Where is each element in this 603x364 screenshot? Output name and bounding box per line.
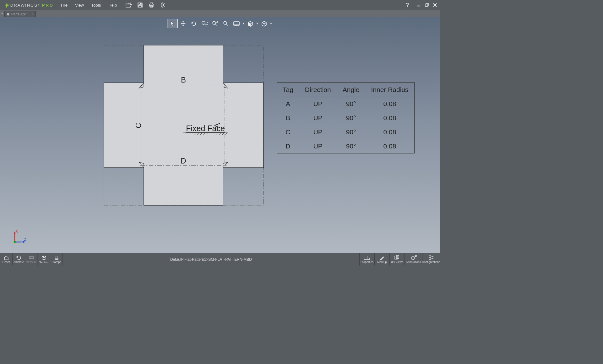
bend-cell-angle: 90°: [337, 97, 365, 111]
svg-line-9: [161, 3, 161, 4]
bend-label-b: B: [181, 76, 186, 84]
svg-line-21: [205, 24, 206, 25]
open-file-button[interactable]: [123, 0, 134, 10]
bottom-toolbar: Reset Animate Measure Section Stamps Def…: [0, 253, 440, 265]
document-tabbar: + ⬢ Part1.eprt ×: [0, 10, 440, 17]
flat-pattern-drawing: B D C A Fixed Face: [104, 45, 264, 206]
svg-rect-63: [29, 257, 34, 259]
rotate-tool[interactable]: [188, 19, 199, 28]
triad-x-label: X: [16, 230, 18, 233]
svg-rect-2: [150, 3, 153, 4]
close-button[interactable]: [431, 1, 439, 9]
menu-file[interactable]: File: [57, 0, 71, 10]
bend-cell-direction: UP: [299, 125, 337, 139]
minimize-button[interactable]: [415, 1, 423, 9]
menu-view[interactable]: View: [71, 0, 88, 10]
svg-line-11: [161, 6, 161, 7]
section-button[interactable]: Section: [38, 253, 50, 265]
zoom-window-tool[interactable]: [199, 19, 210, 28]
table-row: CUP90°0.08: [277, 125, 415, 139]
bend-cell-direction: UP: [299, 111, 337, 125]
bend-cell-radius: 0.08: [365, 139, 414, 153]
bend-cell-angle: 90°: [337, 111, 365, 125]
shading-tool[interactable]: [245, 19, 256, 28]
bend-table-header-angle: Angle: [337, 83, 365, 97]
bend-table: Tag Direction Angle Inner Radius AUP90°0…: [277, 82, 415, 153]
views-3d-button[interactable]: 3D Views: [389, 253, 405, 265]
bend-label-d: D: [181, 157, 186, 165]
svg-point-24: [224, 21, 227, 24]
save-button[interactable]: [134, 0, 146, 10]
document-tab[interactable]: ⬢ Part1.eprt ×: [4, 11, 36, 17]
svg-line-12: [164, 3, 164, 4]
bend-cell-tag: D: [277, 139, 299, 153]
svg-line-25: [226, 24, 228, 26]
bend-label-c: C: [134, 123, 143, 128]
bend-table-header-radius: Inner Radius: [365, 83, 414, 97]
svg-point-20: [202, 21, 205, 24]
orientation-triad: X Z: [10, 229, 26, 245]
perspective-tool[interactable]: [231, 19, 242, 28]
svg-line-23: [215, 24, 217, 25]
restore-button[interactable]: [423, 1, 431, 9]
bend-cell-angle: 90°: [337, 139, 365, 153]
view-orientation-dropdown[interactable]: ▼: [269, 22, 273, 25]
close-tab-button[interactable]: ×: [31, 12, 34, 16]
bend-cell-tag: B: [277, 111, 299, 125]
svg-point-4: [162, 4, 164, 6]
bend-cell-angle: 90°: [337, 125, 365, 139]
svg-rect-0: [140, 3, 141, 4]
annotations-button[interactable]: Annotations: [405, 253, 422, 265]
view-toolbar: ▼ ▼ ▼: [167, 19, 273, 28]
menu-tools[interactable]: Tools: [88, 0, 105, 10]
properties-button[interactable]: Properties: [359, 253, 374, 265]
svg-point-22: [213, 21, 216, 24]
svg-rect-15: [425, 4, 428, 7]
bend-table-header-tag: Tag: [277, 83, 299, 97]
svg-rect-76: [429, 256, 431, 257]
app-logo: →|e DRAWINGS® PRO: [0, 0, 57, 10]
app-name-drawings: DRAWINGS: [10, 3, 38, 8]
shading-dropdown[interactable]: ▼: [256, 22, 259, 25]
reset-button[interactable]: Reset: [0, 253, 13, 265]
markup-button[interactable]: Markup: [374, 253, 389, 265]
table-row: AUP90°0.08: [277, 97, 415, 111]
svg-rect-75: [415, 255, 416, 256]
menu-quick-icons: [123, 0, 168, 10]
menu-items: File View Tools Help: [57, 0, 121, 10]
print-button[interactable]: [146, 0, 157, 10]
table-row: DUP90°0.08: [277, 139, 415, 153]
part-icon: ⬢: [7, 12, 10, 16]
measure-button: Measure: [25, 253, 38, 265]
settings-button[interactable]: [157, 0, 168, 10]
bend-cell-tag: A: [277, 97, 299, 111]
zoom-fit-tool[interactable]: [210, 19, 220, 28]
stamps-button[interactable]: Stamps: [50, 253, 63, 265]
bend-cell-direction: UP: [299, 139, 337, 153]
pan-tool[interactable]: [178, 19, 188, 28]
app-name-pro: PRO: [42, 3, 54, 8]
help-button[interactable]: ?: [403, 1, 411, 9]
triad-z-label: Z: [24, 238, 26, 241]
new-tab-button[interactable]: +: [0, 10, 4, 17]
bend-cell-tag: C: [277, 125, 299, 139]
bend-cell-radius: 0.08: [365, 111, 414, 125]
view-orientation-tool[interactable]: [259, 19, 269, 28]
zoom-tool[interactable]: [220, 19, 231, 28]
table-row: BUP90°0.08: [277, 111, 415, 125]
viewport[interactable]: ▼ ▼ ▼: [0, 17, 440, 253]
bend-cell-direction: UP: [299, 97, 337, 111]
fixed-face-label: Fixed Face: [186, 124, 225, 133]
select-tool[interactable]: [167, 19, 178, 28]
configurations-button[interactable]: Configurations: [422, 253, 440, 265]
svg-rect-77: [429, 258, 431, 260]
status-text: Default<Flat-Pattern1>SM-FLAT-PATTERN-MB…: [63, 253, 359, 265]
bend-cell-radius: 0.08: [365, 97, 414, 111]
svg-line-10: [164, 6, 164, 7]
bend-table-header-direction: Direction: [299, 83, 337, 97]
perspective-dropdown[interactable]: ▼: [242, 22, 245, 25]
svg-point-62: [14, 241, 16, 243]
menubar: →|e DRAWINGS® PRO File View Tools Help ?: [0, 0, 440, 10]
animate-button[interactable]: Animate: [13, 253, 25, 265]
menu-help[interactable]: Help: [105, 0, 121, 10]
